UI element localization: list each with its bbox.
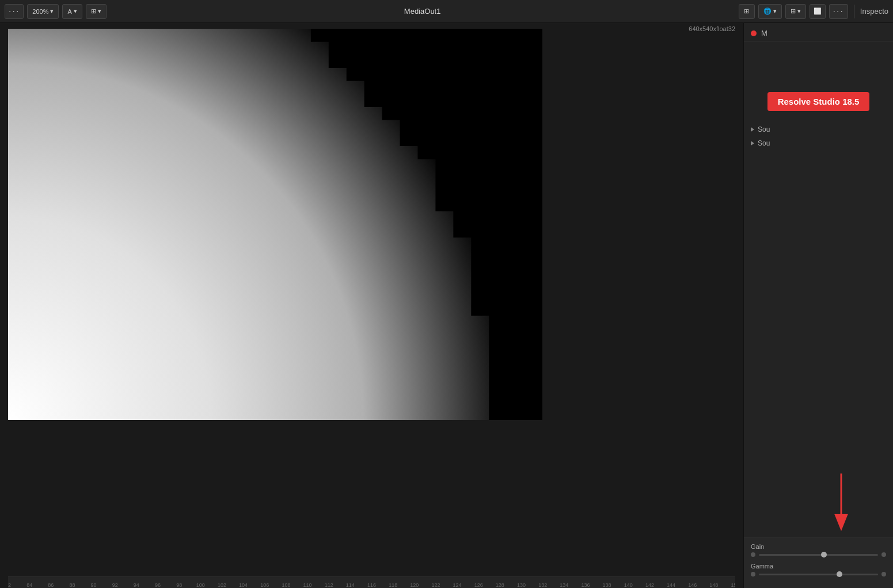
ruler-tick: 128 <box>496 582 504 588</box>
ruler-tick: 124 <box>453 582 462 588</box>
ruler-tick: 120 <box>410 582 419 588</box>
section-sou1[interactable]: Sou <box>744 123 893 136</box>
zoom-chevron: ▾ <box>50 7 54 15</box>
red-arrow-svg <box>824 468 858 537</box>
gamma-label: Gamma <box>751 563 886 570</box>
gamma-track-container <box>751 572 886 576</box>
ruler-tick: 96 <box>155 582 161 588</box>
inspector-panel: M Resolve Studio 18.5 Sou Sou <box>743 23 893 588</box>
ruler-tick: 138 <box>603 582 611 588</box>
badge-wrapper: Resolve Studio 18.5 <box>744 46 893 123</box>
a-button[interactable]: A ▾ <box>62 4 82 19</box>
chevron-right-icon2 <box>751 141 754 146</box>
grid2-button[interactable]: ⊞ ▾ <box>785 4 806 19</box>
section-sou1-label: Sou <box>758 125 770 133</box>
ruler-tick: 102 <box>218 582 226 588</box>
ruler-tick: 144 <box>667 582 675 588</box>
gain-dot-left <box>751 552 755 557</box>
ruler-tick: 126 <box>474 582 483 588</box>
more-button[interactable]: ··· <box>5 4 24 19</box>
section-sou2-label: Sou <box>758 139 770 147</box>
ruler-tick: 116 <box>367 582 376 588</box>
red-dot-indicator <box>751 30 757 36</box>
ruler-tick: 134 <box>560 582 568 588</box>
sliders-panel: Gain Gamma <box>744 537 893 588</box>
view-chevron: ▾ <box>98 7 101 15</box>
view-icon: ⊞ <box>91 7 96 15</box>
canvas-display <box>8 29 542 420</box>
gain-dot-right <box>881 552 886 557</box>
gamma-dot-right <box>881 572 886 576</box>
inspector-content: Resolve Studio 18.5 Sou Sou <box>744 41 893 468</box>
ruler-tick: 110 <box>303 582 312 588</box>
ruler-tick: 100 <box>196 582 205 588</box>
main-area: 640x540xfloat32 828486889092949698100102… <box>0 23 893 588</box>
ruler-tick: 86 <box>48 582 54 588</box>
resolution-info: 640x540xfloat32 <box>689 25 735 32</box>
ruler-tick: 122 <box>431 582 440 588</box>
ruler-tick: 112 <box>325 582 333 588</box>
toolbar-right: ⊞ 🌐 ▾ ⊞ ▾ ⬜ ··· Inspecto <box>739 4 889 19</box>
more2-button[interactable]: ··· <box>829 4 848 19</box>
ruler-tick: 104 <box>239 582 248 588</box>
viewer-canvas[interactable] <box>8 29 735 576</box>
zoom-button[interactable]: 200% ▾ <box>27 4 59 19</box>
ruler-tick: 94 <box>134 582 139 588</box>
viewer-title: MediaOut1 <box>404 7 441 16</box>
gain-label: Gain <box>751 543 886 550</box>
globe-button[interactable]: 🌐 ▾ <box>758 4 782 19</box>
ruler-tick: 82 <box>8 582 11 588</box>
a-chevron: ▾ <box>74 7 77 15</box>
view-button[interactable]: ⊞ ▾ <box>86 4 107 19</box>
ruler-tick: 148 <box>709 582 718 588</box>
viewer-area: 640x540xfloat32 828486889092949698100102… <box>0 23 743 588</box>
ruler-tick: 146 <box>688 582 697 588</box>
ruler-tick: 98 <box>176 582 182 588</box>
gain-thumb[interactable] <box>821 552 827 558</box>
ruler-bar: 8284868890929496981001021041061081101121… <box>8 576 735 588</box>
toolbar-center: MediaOut1 <box>110 7 735 16</box>
gamma-track[interactable] <box>759 574 878 575</box>
divider <box>854 5 854 18</box>
grid-button[interactable]: ⊞ <box>739 4 755 19</box>
zoom-label: 200% <box>32 8 48 15</box>
inspector-header: M <box>744 23 893 41</box>
ruler-tick: 108 <box>282 582 290 588</box>
gamma-dot-left <box>751 572 755 576</box>
inspector-m-label: M <box>761 29 767 37</box>
ruler-tick: 114 <box>346 582 355 588</box>
ruler-tick: 106 <box>260 582 269 588</box>
ruler-tick: 84 <box>26 582 32 588</box>
gamma-slider-row: Gamma <box>751 563 886 576</box>
window-button[interactable]: ⬜ <box>810 4 826 19</box>
toolbar: ··· 200% ▾ A ▾ ⊞ ▾ MediaOut1 ⊞ 🌐 ▾ ⊞ ▾ ⬜… <box>0 0 893 23</box>
ruler-tick: 118 <box>389 582 397 588</box>
gamma-thumb[interactable] <box>837 571 842 577</box>
inspector-label: Inspecto <box>860 7 888 16</box>
ruler-tick: 88 <box>69 582 75 588</box>
gain-track-container <box>751 552 886 557</box>
ruler-tick: 136 <box>581 582 590 588</box>
ruler-tick: 90 <box>91 582 97 588</box>
svg-marker-1 <box>834 514 848 531</box>
ruler-tick: 140 <box>624 582 633 588</box>
gain-slider-row: Gain <box>751 543 886 557</box>
ruler-tick: 92 <box>112 582 118 588</box>
chevron-right-icon <box>751 127 754 132</box>
ruler-tick: 142 <box>645 582 654 588</box>
ruler-tick: 130 <box>517 582 526 588</box>
resolve-badge: Resolve Studio 18.5 <box>767 92 870 111</box>
ruler-tick: 150 <box>731 582 735 588</box>
gain-track[interactable] <box>759 554 878 556</box>
ruler-tick: 132 <box>538 582 547 588</box>
section-sou2[interactable]: Sou <box>744 136 893 150</box>
arrow-area <box>744 468 893 537</box>
a-label: A <box>67 8 71 15</box>
